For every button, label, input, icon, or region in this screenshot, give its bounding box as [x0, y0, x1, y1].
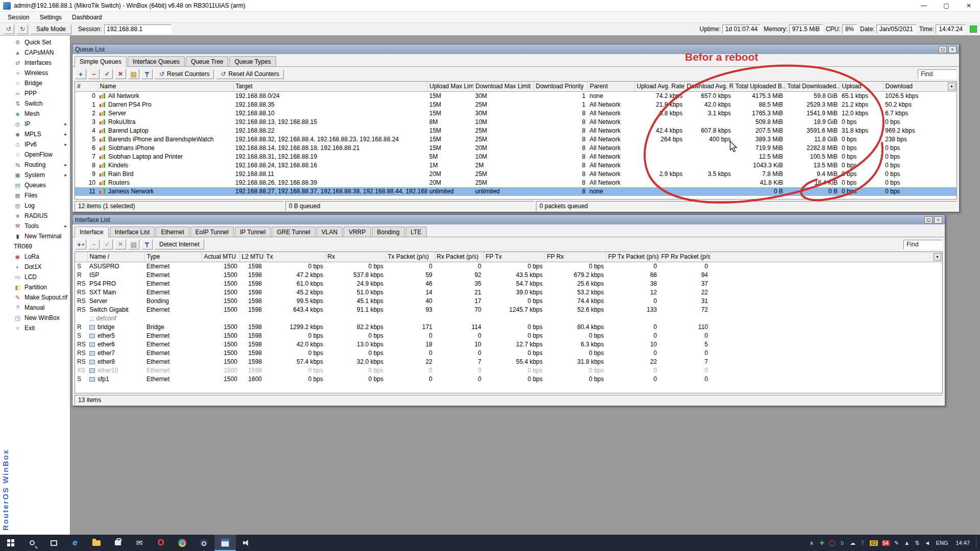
sidebar-item-dot1x[interactable]: ◐Dot1X	[0, 262, 70, 272]
column-header-total-downloaded[interactable]: Total Downloaded...	[785, 82, 840, 91]
sidebar-item-radius[interactable]: ∗RADIUS	[0, 211, 70, 221]
window-titlebar[interactable]: admin@192.168.88.1 (MikroTik Switch) - W…	[0, 0, 980, 12]
comment-button[interactable]: ▤	[128, 69, 139, 79]
hidden-icons-chevron[interactable]: ∧	[808, 540, 815, 546]
winbox-taskbar-button[interactable]	[214, 535, 236, 551]
interface-tab-bonding[interactable]: Bonding	[372, 227, 405, 237]
sidebar-item-interfaces[interactable]: ⇄Interfaces	[0, 58, 70, 68]
column-header-tx-packet-p-s[interactable]: Tx Packet (p/s)	[385, 252, 434, 262]
enable-queue-button[interactable]: ✓	[102, 69, 113, 79]
column-header-col[interactable]: #	[75, 82, 97, 91]
queue-row[interactable]: 4Barend Laptop192.168.88.2215M25M8All Ne…	[75, 127, 957, 135]
undo-button[interactable]: ↺	[3, 24, 14, 34]
pen-icon[interactable]: ✎	[894, 540, 900, 546]
search-taskbar-button[interactable]	[21, 535, 43, 551]
add-interface-button[interactable]: +▾	[75, 239, 86, 249]
sidebar-item-make-supout-rif[interactable]: ✎Make Supout.rif	[0, 292, 70, 303]
queue-row[interactable]: 7Siobhan Laptop and Printer192.168.88.31…	[75, 153, 957, 161]
sidebar-item-ppp[interactable]: ∞PPP	[0, 88, 70, 98]
opera-taskbar-button[interactable]	[150, 535, 172, 551]
redo-button[interactable]: ↻	[17, 24, 28, 34]
queue-row[interactable]: 0All Network192.168.88.0/2415M30M1none74…	[75, 91, 957, 101]
queue-column-selector-button[interactable]: ▼	[948, 83, 955, 90]
interface-row[interactable]: SASUSPROEthernet150015980 bps0 bps000 bp…	[75, 262, 942, 271]
interface-tab-ethernet[interactable]: Ethernet	[156, 227, 189, 237]
interface-tab-gre-tunnel[interactable]: GRE Tunnel	[272, 227, 315, 237]
sidebar-item-partition[interactable]: ◧Partition	[0, 282, 70, 292]
menu-session[interactable]: Session	[3, 13, 34, 22]
queue-restore-button[interactable]: ◱	[939, 46, 947, 53]
column-header-fp-rx[interactable]: FP Rx	[545, 252, 606, 262]
queue-close-button[interactable]: ×	[948, 46, 957, 53]
queue-tab-queue-tree[interactable]: Queue Tree	[186, 56, 228, 66]
speaker-icon[interactable]: ◄	[924, 540, 930, 546]
column-header-rx[interactable]: Rx	[325, 252, 385, 262]
store-taskbar-button[interactable]	[107, 535, 129, 551]
interface-row[interactable]: XSether10Ethernet150015980 bps0 bps000 b…	[75, 366, 942, 375]
interface-row[interactable]: Sether5Ethernet150015980 bps0 bps000 bps…	[75, 332, 942, 340]
interface-row[interactable]: Ssfp1Ethernet150016000 bps0 bps000 bps0 …	[75, 375, 942, 384]
sidebar-item-lora[interactable]: ◉LoRa	[0, 252, 70, 262]
interface-row[interactable]: RSServerBonding1500159899.5 kbps45.1 kbp…	[75, 297, 942, 306]
interface-row[interactable]: RSether6Ethernet1500159842.0 kbps13.0 kb…	[75, 340, 942, 349]
queue-find-button[interactable]: Find	[918, 69, 957, 79]
onedrive-icon[interactable]: ☁	[849, 540, 855, 546]
sidebar-item-switch[interactable]: ⇅Switch	[0, 98, 70, 109]
interface-tab-vrrp[interactable]: VRRP	[344, 227, 371, 237]
reset-counters-button[interactable]: ↺Reset Counters	[155, 69, 214, 79]
interface-row[interactable]: RSSwitch GigabitEthernet15001598643.4 kb…	[75, 306, 942, 314]
queue-row[interactable]: 1Darren PS4 Pro192.168.88.3515M25M1All N…	[75, 101, 957, 109]
sidebar-item-ipv6[interactable]: ◇IPv6▸	[0, 139, 70, 149]
queue-tab-interface-queues[interactable]: Interface Queues	[128, 56, 185, 66]
disable-interface-button[interactable]: ✕	[115, 239, 126, 249]
column-header-fp-tx[interactable]: FP Tx	[483, 252, 545, 262]
interface-tab-interface[interactable]: Interface	[75, 227, 109, 237]
session-input[interactable]: 192.168.88.1	[104, 24, 172, 34]
menu-settings[interactable]: Settings	[35, 13, 66, 22]
interface-tab-eoip-tunnel[interactable]: EoIP Tunnel	[190, 227, 234, 237]
queue-row[interactable]: 3RokuUltra192.168.88.13, 192.168.88.158M…	[75, 118, 957, 127]
language-indicator[interactable]: ENG	[935, 540, 950, 546]
volume-mixer-taskbar-button[interactable]	[236, 535, 257, 551]
column-header-name[interactable]: Name	[97, 82, 233, 91]
column-header-fp-rx-packet-p-s[interactable]: FP Rx Packet (p/s)	[659, 252, 710, 262]
interface-column-selector-button[interactable]: ▼	[934, 253, 941, 261]
mail-taskbar-button[interactable]	[129, 535, 150, 551]
interface-find-button[interactable]: Find	[903, 240, 942, 249]
cpu-temp-badge[interactable]: 63	[870, 540, 877, 546]
sidebar-item-manual[interactable]: ?Manual	[0, 303, 70, 313]
queue-row[interactable]: 8Kindels192.168.88.24, 192.168.88.161M2M…	[75, 161, 957, 170]
column-header-download[interactable]: Download	[883, 82, 957, 91]
column-header-col[interactable]	[75, 252, 87, 262]
column-header-total-uploaded-b[interactable]: Total Uploaded B...	[733, 82, 785, 91]
queue-row[interactable]: 2Server192.168.88.1015M30M8All Network6.…	[75, 109, 957, 118]
column-header-l2-mtu[interactable]: L2 MTU	[239, 252, 264, 262]
maximize-button[interactable]: ▢	[935, 0, 958, 11]
sidebar-item-exit[interactable]: ×Exit	[0, 323, 70, 333]
remove-interface-button[interactable]: −	[88, 239, 100, 249]
filter-button[interactable]	[141, 69, 153, 79]
sidebar-item-new-winbox[interactable]: ◳New WinBox	[0, 313, 70, 323]
queue-row[interactable]: 11Jamess Nerwork192.168.88.27, 192.168.8…	[75, 187, 957, 196]
notification-center-button[interactable]	[976, 537, 978, 548]
sidebar-item-ip[interactable]: ◎IP▸	[0, 119, 70, 129]
sidebar-item-queues[interactable]: ▤Queues	[0, 180, 70, 190]
interface-row[interactable]: RSPS4 PROEthernet1500159861.0 kbps24.9 k…	[75, 280, 942, 288]
column-header-actual-mtu[interactable]: Actual MTU	[202, 252, 239, 262]
menu-dashboard[interactable]: Dashboard	[67, 13, 107, 22]
interface-row[interactable]: RISPEthernet1500159847.2 kbps537.8 kbps5…	[75, 271, 942, 280]
comment-button[interactable]: ▤	[128, 239, 139, 249]
opera-tray-icon[interactable]: ◯	[829, 540, 835, 546]
queue-tab-queue-types[interactable]: Queue Types	[229, 56, 276, 66]
queue-row[interactable]: 9Rain Bird192.168.88.1120M25M8All Networ…	[75, 170, 957, 179]
interface-close-button[interactable]: ×	[934, 216, 942, 223]
network-icon[interactable]: ⇅	[914, 540, 920, 546]
sidebar-item-tr069[interactable]: TR069	[0, 241, 70, 252]
start-button[interactable]	[0, 535, 21, 551]
queue-row[interactable]: 5Barends iPhone and BarendspleWatch192.1…	[75, 135, 957, 144]
sidebar-item-system[interactable]: ▣System▸	[0, 170, 70, 180]
column-header-tx[interactable]: Tx	[264, 252, 325, 262]
reset-all-counters-button[interactable]: ↺Reset All Counters	[216, 69, 283, 79]
edge-taskbar-button[interactable]	[64, 535, 86, 551]
remove-queue-button[interactable]: −	[88, 69, 100, 79]
